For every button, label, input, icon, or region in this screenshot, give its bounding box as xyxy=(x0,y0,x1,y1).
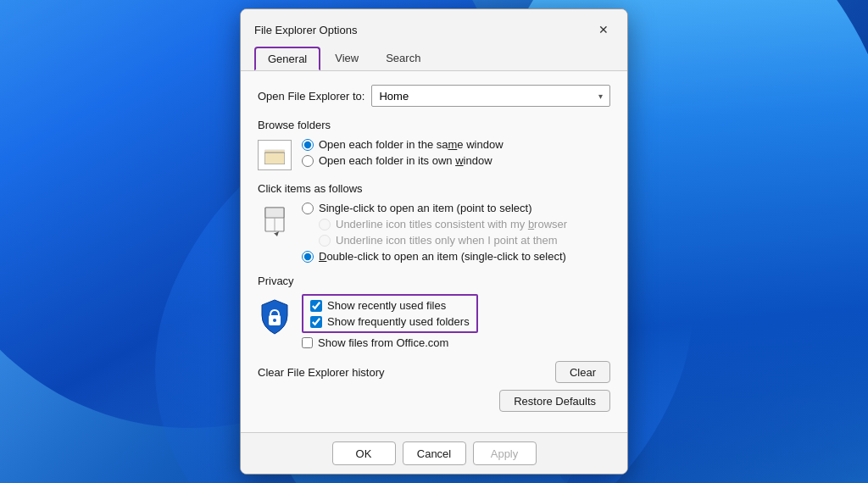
underline-point-radio xyxy=(319,235,331,247)
double-click-option[interactable]: Double-click to open an item (single-cli… xyxy=(302,250,567,263)
single-click-radio[interactable] xyxy=(302,203,314,214)
underline-browser-radio xyxy=(319,219,331,230)
frequently-used-option[interactable]: Show frequently used folders xyxy=(310,315,470,328)
click-options-group: Single-click to open an item (point to s… xyxy=(302,202,567,263)
svg-rect-3 xyxy=(265,208,284,218)
clear-history-row: Clear File Explorer history Clear xyxy=(258,361,610,383)
restore-row: Restore Defaults xyxy=(258,390,610,412)
click-items-section: Click items as follows xyxy=(258,182,610,263)
open-to-label: Open File Explorer to: xyxy=(258,90,364,103)
single-click-option[interactable]: Single-click to open an item (point to s… xyxy=(302,202,567,214)
highlighted-checkboxes: Show recently used files Show frequently… xyxy=(302,294,478,333)
recently-used-option[interactable]: Show recently used files xyxy=(310,299,470,312)
apply-button[interactable]: Apply xyxy=(473,441,537,465)
double-click-radio[interactable] xyxy=(302,251,314,263)
dialog-title: File Explorer Options xyxy=(254,24,357,36)
svg-marker-5 xyxy=(274,231,279,236)
privacy-section: Privacy Sho xyxy=(258,275,610,349)
cancel-button[interactable]: Cancel xyxy=(403,441,466,465)
tab-bar: General View Search xyxy=(241,40,627,70)
folder-icon xyxy=(258,140,292,170)
same-window-option[interactable]: Open each folder in the same window xyxy=(302,138,504,151)
tab-view[interactable]: View xyxy=(322,47,371,70)
browse-content: Open each folder in the same window Open… xyxy=(258,138,610,170)
same-window-radio[interactable] xyxy=(302,139,314,151)
dialog-overlay: File Explorer Options ✕ General View Sea… xyxy=(0,0,868,483)
open-to-dropdown[interactable]: Home ▾ xyxy=(371,85,610,107)
tab-search[interactable]: Search xyxy=(373,47,433,70)
browse-radio-group: Open each folder in the same window Open… xyxy=(302,138,504,167)
ok-button[interactable]: OK xyxy=(332,441,396,465)
office-files-checkbox[interactable] xyxy=(302,337,313,348)
recently-used-checkbox[interactable] xyxy=(310,300,322,312)
click-section-title: Click items as follows xyxy=(258,182,610,195)
privacy-content: Show recently used files Show frequently… xyxy=(258,294,610,349)
restore-defaults-button[interactable]: Restore Defaults xyxy=(499,390,610,412)
folder-svg xyxy=(264,146,285,164)
general-tab-content: Open File Explorer to: Home ▾ Browse fol… xyxy=(241,71,627,432)
own-window-option[interactable]: Open each folder in its own window xyxy=(302,154,504,167)
chevron-down-icon: ▾ xyxy=(598,92,603,101)
cursor-icon xyxy=(262,206,287,240)
tab-general[interactable]: General xyxy=(254,47,320,70)
dialog-footer: OK Cancel Apply xyxy=(241,432,627,474)
svg-point-7 xyxy=(273,319,276,322)
underline-point-option[interactable]: Underline icon titles only when I point … xyxy=(302,234,567,247)
privacy-shield-icon xyxy=(260,298,289,336)
privacy-icon xyxy=(258,294,292,340)
open-to-row: Open File Explorer to: Home ▾ xyxy=(258,85,610,107)
privacy-section-title: Privacy xyxy=(258,275,610,287)
underline-browser-option[interactable]: Underline icon titles consistent with my… xyxy=(302,218,567,230)
browse-folders-section: Browse folders Open each folder in the s… xyxy=(258,119,610,170)
frequently-used-checkbox[interactable] xyxy=(310,316,322,328)
clear-history-label: Clear File Explorer history xyxy=(258,366,385,379)
own-window-radio[interactable] xyxy=(302,155,314,167)
clear-button[interactable]: Clear xyxy=(555,361,610,383)
close-button[interactable]: ✕ xyxy=(593,19,614,40)
file-explorer-options-dialog: File Explorer Options ✕ General View Sea… xyxy=(240,8,628,475)
click-content: Single-click to open an item (point to s… xyxy=(258,202,610,263)
browse-section-title: Browse folders xyxy=(258,119,610,131)
click-icon xyxy=(258,202,292,244)
privacy-options: Show recently used files Show frequently… xyxy=(302,294,478,349)
open-to-value: Home xyxy=(379,90,409,103)
office-files-option[interactable]: Show files from Office.com xyxy=(302,336,478,349)
title-bar: File Explorer Options ✕ xyxy=(241,9,627,40)
